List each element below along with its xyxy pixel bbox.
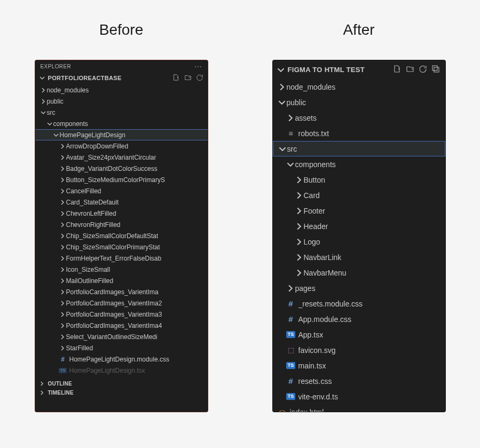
file-row[interactable]: #_resets.module.css bbox=[273, 296, 445, 311]
folder-row[interactable]: components bbox=[273, 156, 445, 172]
folder-row[interactable]: FormHelperText_ErrorFalseDisab bbox=[35, 253, 208, 264]
folder-row[interactable]: Avatar_Size24pxVariantCircular bbox=[35, 152, 208, 163]
new-folder-icon[interactable] bbox=[184, 74, 192, 82]
folder-row[interactable]: ArrowDropDownFilled bbox=[35, 140, 208, 152]
file-row[interactable]: TSApp.tsx bbox=[273, 327, 445, 342]
folder-row[interactable]: Badge_VariantDotColorSuccess bbox=[35, 163, 208, 174]
folder-row[interactable]: PortfolioCardImages_VarientIma3 bbox=[35, 309, 208, 320]
folder-row[interactable]: StarFilled bbox=[35, 342, 208, 353]
folder-row[interactable]: Button_SizeMediumColorPrimaryS bbox=[35, 174, 208, 185]
chevron-right-icon bbox=[59, 312, 66, 317]
refresh-icon[interactable] bbox=[196, 74, 203, 82]
folder-row[interactable]: Logo bbox=[273, 234, 445, 249]
folder-row[interactable]: public bbox=[273, 95, 445, 110]
collapse-all-icon[interactable] bbox=[431, 65, 440, 75]
folder-row[interactable]: assets bbox=[273, 110, 445, 125]
tree-item-label: App.module.css bbox=[298, 315, 352, 324]
project-header-after[interactable]: FIGMA TO HTML TEST bbox=[273, 60, 445, 79]
file-row[interactable]: TSHomePageLightDesign.tsx bbox=[35, 365, 208, 376]
folder-row[interactable]: ChevronRightFilled bbox=[35, 219, 208, 230]
file-row[interactable]: <>index.html bbox=[273, 404, 445, 412]
chevron-right-icon bbox=[59, 289, 66, 295]
chevron-right-icon bbox=[38, 390, 46, 395]
tree-item-label: Header bbox=[304, 222, 328, 231]
file-row[interactable]: #HomePageLightDesign.module.css bbox=[35, 353, 208, 365]
file-row[interactable]: #App.module.css bbox=[273, 311, 445, 327]
folder-row[interactable]: Chip_SizeSmallColorPrimaryStat bbox=[35, 241, 208, 253]
folder-row[interactable]: PortfolioCardImages_VarientIma4 bbox=[35, 320, 208, 331]
svg-rect-1 bbox=[434, 67, 439, 72]
hash-file-icon: # bbox=[286, 315, 296, 324]
folder-row[interactable]: components bbox=[35, 118, 208, 129]
outline-section[interactable]: OUTLINE bbox=[35, 379, 208, 388]
new-folder-icon[interactable] bbox=[406, 65, 414, 75]
folder-row[interactable]: PortfolioCardImages_VarientIma2 bbox=[35, 297, 208, 309]
outline-label: OUTLINE bbox=[48, 381, 72, 387]
tree-item-label: Chip_SizeSmallColorDefaultStat bbox=[66, 232, 159, 240]
tree-item-label: resets.css bbox=[298, 377, 332, 386]
folder-row[interactable]: node_modules bbox=[273, 79, 445, 95]
folder-row[interactable]: Header bbox=[273, 218, 445, 234]
folder-row[interactable]: src bbox=[35, 107, 208, 118]
folder-row[interactable]: Select_VariantOutlinedSizeMedi bbox=[35, 331, 208, 342]
chevron-right-icon bbox=[294, 269, 304, 277]
folder-row[interactable]: HomePageLightDesign bbox=[35, 129, 208, 140]
explorer-label: EXPLORER bbox=[41, 64, 72, 69]
folder-row[interactable]: CancelFilled bbox=[35, 185, 208, 197]
file-row[interactable]: TSvite-env.d.ts bbox=[273, 389, 445, 404]
tree-item-label: _resets.module.css bbox=[298, 300, 363, 308]
more-icon[interactable]: ⋯ bbox=[194, 64, 202, 69]
explorer-header[interactable]: EXPLORER ⋯ bbox=[35, 60, 208, 72]
new-file-icon[interactable] bbox=[172, 74, 180, 82]
tree-item-label: HomePageLightDesign bbox=[60, 131, 125, 139]
tree-item-label: App.tsx bbox=[298, 331, 324, 339]
chevron-right-icon bbox=[59, 155, 66, 160]
tree-item-label: PortfolioCardImages_VarientIma bbox=[66, 288, 159, 296]
folder-row[interactable]: Footer bbox=[273, 203, 445, 218]
file-row[interactable]: ≡robots.txt bbox=[273, 125, 445, 141]
folder-row[interactable]: public bbox=[35, 96, 208, 107]
folder-row[interactable]: NavbarMenu bbox=[273, 265, 445, 280]
project-header-before[interactable]: PORTFOLIOREACTBASE bbox=[35, 72, 208, 84]
code-file-icon: <> bbox=[277, 408, 288, 413]
folder-row[interactable]: node_modules bbox=[35, 84, 208, 96]
after-panel: FIGMA TO HTML TEST node_modulespublicass… bbox=[272, 60, 446, 412]
file-row[interactable]: TSmain.tsx bbox=[273, 358, 445, 373]
folder-row[interactable]: Card bbox=[273, 187, 445, 203]
tree-item-label: assets bbox=[295, 114, 317, 122]
tree-item-label: Badge_VariantDotColorSuccess bbox=[66, 165, 158, 172]
file-tree-after: node_modulespublicassets≡robots.txtsrcco… bbox=[273, 79, 445, 412]
svg-rect-0 bbox=[432, 66, 437, 70]
folder-row[interactable]: Chip_SizeSmallColorDefaultStat bbox=[35, 230, 208, 241]
chevron-right-icon bbox=[40, 88, 47, 93]
folder-row[interactable]: PortfolioCardImages_VarientIma bbox=[35, 286, 208, 297]
chevron-down-icon bbox=[46, 121, 53, 127]
chevron-right-icon bbox=[294, 238, 304, 246]
tree-item-label: src bbox=[47, 109, 56, 116]
folder-row[interactable]: src bbox=[273, 141, 445, 156]
folder-row[interactable]: pages bbox=[273, 280, 445, 296]
chevron-right-icon bbox=[286, 114, 295, 122]
tree-item-label: CancelFilled bbox=[66, 187, 101, 195]
chevron-right-icon bbox=[59, 166, 66, 171]
folder-row[interactable]: Button bbox=[273, 172, 445, 187]
folder-row[interactable]: Icon_SizeSmall bbox=[35, 264, 208, 275]
ts-file-icon: TS bbox=[286, 362, 296, 369]
project-name: PORTFOLIOREACTBASE bbox=[48, 75, 122, 81]
folder-row[interactable]: MailOutlineFilled bbox=[35, 275, 208, 286]
tree-item-label: node_modules bbox=[287, 83, 336, 91]
tree-item-label: main.tsx bbox=[298, 361, 326, 370]
folder-row[interactable]: NavbarLink bbox=[273, 249, 445, 265]
tree-item-label: PortfolioCardImages_VarientIma4 bbox=[66, 322, 162, 329]
refresh-icon[interactable] bbox=[419, 65, 427, 75]
folder-row[interactable]: Card_StateDefault bbox=[35, 197, 208, 208]
timeline-section[interactable]: TIMELINE bbox=[35, 388, 208, 397]
tree-item-label: ArrowDropDownFilled bbox=[66, 143, 129, 150]
file-row[interactable]: ⬚favicon.svg bbox=[273, 342, 445, 358]
folder-row[interactable]: ChevronLeftFilled bbox=[35, 208, 208, 219]
file-row[interactable]: #resets.css bbox=[273, 373, 445, 389]
new-file-icon[interactable] bbox=[393, 65, 402, 75]
ts-file-icon: TS bbox=[286, 393, 296, 400]
project-name: FIGMA TO HTML TEST bbox=[288, 66, 365, 74]
chevron-right-icon bbox=[59, 211, 66, 216]
